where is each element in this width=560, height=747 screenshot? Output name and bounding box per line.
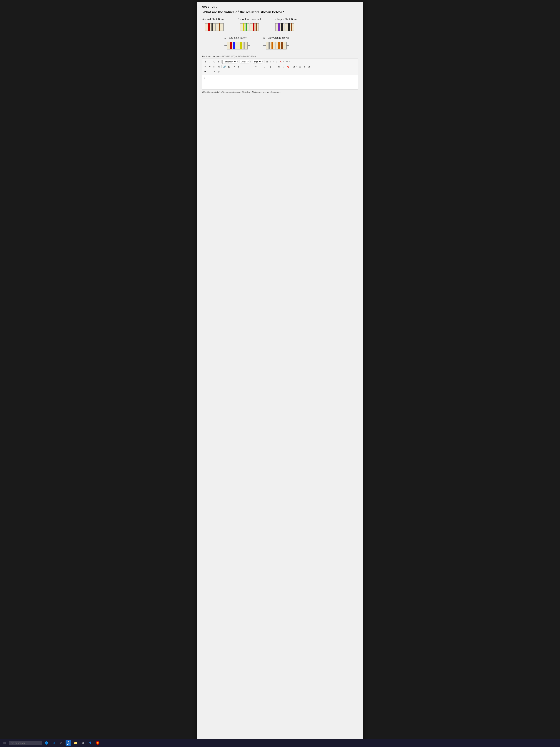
resistor-e-label: E – Gray Orange Brown <box>263 36 289 39</box>
image-button[interactable]: 🖼 <box>227 65 231 69</box>
table-edit-button[interactable]: ⊡ <box>298 65 302 69</box>
fullscreen-button[interactable]: ⤢ <box>212 70 216 74</box>
toolbar-row-1: B I U S Paragraph ∨ Arial ∨ 14px ∨ ☰ ∨ ≡… <box>203 59 357 64</box>
italic-button[interactable]: I <box>208 60 212 64</box>
size-select[interactable]: 14px <box>252 60 262 64</box>
italic-end-button[interactable]: I <box>291 60 295 64</box>
svg-rect-36 <box>275 42 276 49</box>
svg-rect-12 <box>249 23 250 31</box>
omega-button[interactable]: Ω <box>277 65 281 69</box>
strikethrough-button[interactable]: S <box>217 60 221 64</box>
resistor-row-bottom: D – Red Blue Yellow E – Gray Orange Brow… <box>224 36 358 51</box>
edge-icon[interactable] <box>43 740 50 746</box>
svg-rect-6 <box>219 23 220 31</box>
indent-decrease-button[interactable]: ⇤ <box>208 65 212 69</box>
svg-rect-13 <box>252 23 255 31</box>
resistor-d-label: D – Red Blue Yellow <box>224 36 246 39</box>
resistor-e-svg <box>263 40 289 51</box>
svg-rect-22 <box>291 23 292 31</box>
font-select[interactable]: Arial <box>240 60 249 64</box>
upload-button[interactable]: ↑ <box>247 65 251 69</box>
emoji-button[interactable]: ☺ <box>282 65 286 69</box>
check2-button[interactable]: √ <box>262 65 266 69</box>
font-color-button[interactable]: A <box>279 60 283 64</box>
resistor-a: A – Red Black Brown <box>202 18 226 33</box>
underline-button[interactable]: U <box>212 60 216 64</box>
svg-rect-27 <box>233 42 235 49</box>
editor-paragraph-placeholder: P <box>204 76 356 79</box>
subscript-button[interactable]: x₂ <box>217 65 221 69</box>
resistor-b-svg <box>237 22 262 33</box>
list-ordered-button[interactable]: ≡ <box>271 60 275 64</box>
resistor-a-svg <box>202 22 226 33</box>
svg-rect-19 <box>281 23 283 31</box>
settings-icon[interactable]: ⚙ <box>80 740 86 746</box>
quote-button[interactable]: " <box>273 65 277 69</box>
table-add-button[interactable]: ⊞ <box>302 65 306 69</box>
browser-icon[interactable] <box>95 740 101 746</box>
editor-content[interactable]: P <box>202 75 358 89</box>
svg-rect-38 <box>281 42 283 49</box>
svg-rect-18 <box>278 23 279 31</box>
resistor-a-label: A – Red Black Brown <box>202 18 225 21</box>
superscript-button[interactable]: x² <box>212 65 216 69</box>
svg-rect-34 <box>268 42 270 49</box>
spellcheck-button[interactable]: ABC <box>252 65 258 69</box>
svg-rect-37 <box>278 42 280 49</box>
svg-rect-30 <box>243 42 245 49</box>
pilcrow-button[interactable]: ¶ <box>268 65 272 69</box>
table-del-button[interactable]: ⊟ <box>307 65 311 69</box>
hr-button[interactable]: — <box>242 65 246 69</box>
svg-rect-14 <box>256 23 257 31</box>
toolbar-row-3: 👁 ? ⤢ ⊕ <box>203 69 357 74</box>
svg-point-39 <box>45 741 48 745</box>
list-unordered-button[interactable]: ☰ <box>265 60 269 64</box>
svg-rect-5 <box>215 23 216 31</box>
question-number: QUESTION 7 <box>202 5 358 8</box>
plus-button[interactable]: ⊕ <box>217 70 221 74</box>
show-inline-button[interactable]: ¶← <box>237 65 242 69</box>
resistor-e: E – Gray Orange Brown <box>263 36 289 51</box>
svg-rect-35 <box>271 42 273 49</box>
folder-icon[interactable]: 📁 <box>72 740 79 746</box>
resistor-c-svg <box>273 22 297 33</box>
svg-rect-26 <box>230 42 232 49</box>
store-icon[interactable]: 🛍 <box>51 740 57 746</box>
svg-rect-29 <box>240 42 242 49</box>
calendar-icon[interactable]: 📅 28 <box>65 740 71 746</box>
check-button[interactable]: ✓ <box>258 65 262 69</box>
highlight-button[interactable]: ✏ <box>285 60 289 64</box>
separator-1 <box>221 60 222 63</box>
table-button[interactable]: ⊞ <box>292 65 296 69</box>
save-note: Click Save and Submit to save and submit… <box>202 91 358 93</box>
toolbar-row-2: ⇥ ⇤ x² x₂ 🔗 🖼 ¶ ¶← — ↑ ABC ✓ √ ¶ " Ω ☺ 🔖… <box>203 64 357 69</box>
resistor-row-top: A – Red Black Brown B – Yellow Green Red <box>202 18 358 33</box>
font-chevron: ∨ <box>250 61 251 63</box>
size-chevron: ∨ <box>262 61 264 63</box>
show-blocks-button[interactable]: ¶ <box>233 65 237 69</box>
preview-button[interactable]: 👁 <box>203 70 207 74</box>
note-icon[interactable]: N <box>58 740 64 746</box>
resistor-c: C – Purple Black Brown <box>273 18 298 33</box>
bold-button[interactable]: B <box>203 60 207 64</box>
help-button[interactable]: ? <box>208 70 212 74</box>
resistors-area: A – Red Black Brown B – Yellow Green Red <box>202 18 358 53</box>
indent-increase-button[interactable]: ⇥ <box>203 65 207 69</box>
resistor-b: B – Yellow Green Red <box>237 18 262 33</box>
resistor-c-label: C – Purple Black Brown <box>273 18 298 21</box>
paragraph-chevron: ∨ <box>237 61 239 63</box>
editor-toolbar[interactable]: B I U S Paragraph ∨ Arial ∨ 14px ∨ ☰ ∨ ≡… <box>202 58 358 75</box>
link-button[interactable]: 🔗 <box>222 65 227 69</box>
resistor-b-label: B – Yellow Green Red <box>237 18 261 21</box>
search-input[interactable] <box>9 741 42 745</box>
start-button[interactable]: ⊞ <box>1 740 8 746</box>
svg-rect-10 <box>243 23 244 31</box>
svg-rect-4 <box>212 23 213 31</box>
svg-rect-3 <box>208 23 210 31</box>
paragraph-select[interactable]: Paragraph <box>222 60 237 64</box>
bookmark-button[interactable]: 🔖 <box>286 65 290 69</box>
taskbar[interactable]: ⊞ 🛍 N 📅 28 📁 ⚙ 👤 <box>0 739 560 747</box>
user-icon[interactable]: 👤 <box>87 740 93 746</box>
svg-point-42 <box>97 742 98 744</box>
resistor-d-svg <box>224 40 250 51</box>
